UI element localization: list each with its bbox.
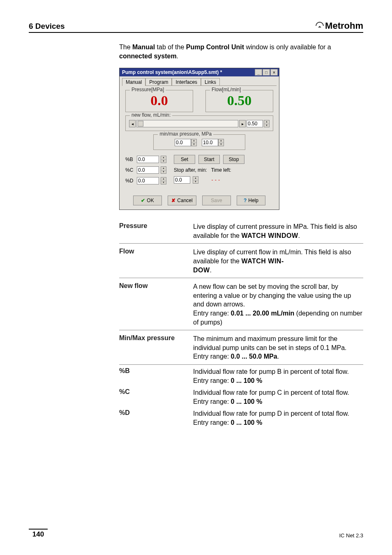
term-pressure: Pressure: [119, 222, 189, 240]
pctD-label: %D: [125, 178, 135, 184]
term-minmax: Min/Max pressure: [119, 334, 189, 361]
minmax-legend: min/max pressure, MPa: [158, 131, 213, 137]
min-pressure-spinner[interactable]: ▲▼: [191, 139, 197, 146]
pump-control-window: Pump control system(anion\ASupp5.smt) * …: [119, 68, 279, 210]
pressure-legend: Pressure[MPa]: [130, 87, 166, 92]
set-button[interactable]: Set: [174, 155, 195, 164]
pressure-display: 0.0: [130, 93, 189, 108]
page-number: 140: [29, 529, 48, 539]
footer-product: IC Net 2.3: [339, 532, 363, 539]
pctC-label: %C: [125, 167, 135, 173]
pctD-spinner[interactable]: ▲▼: [161, 177, 166, 184]
question-icon: ?: [244, 198, 247, 203]
max-pressure-spinner[interactable]: ▲▼: [218, 139, 224, 146]
save-button[interactable]: Save: [202, 196, 231, 205]
metrohm-icon: [315, 21, 324, 31]
pctD-input[interactable]: 0.0: [137, 177, 159, 184]
flow-legend: Flow[mL/min]: [210, 87, 242, 92]
stop-button[interactable]: Stop: [223, 155, 244, 164]
minimize-icon[interactable]: _: [255, 69, 262, 76]
definitions-table: Pressure Live display of current pressur…: [119, 218, 363, 428]
pctC-spinner[interactable]: ▲▼: [161, 166, 166, 174]
desc-flow: Live display of current flow in mL/min. …: [193, 248, 363, 274]
newflow-scrollbar[interactable]: [136, 120, 238, 127]
maximize-icon[interactable]: □: [263, 69, 270, 76]
intro-paragraph: The Manual tab of the Pump Control Unit …: [119, 43, 363, 60]
tab-interfaces[interactable]: Interfaces: [172, 78, 201, 86]
stopafter-spinner[interactable]: ▲▼: [193, 176, 198, 184]
pctB-spinner[interactable]: ▲▼: [161, 156, 166, 163]
term-pctB: %B: [119, 367, 189, 385]
timeleft-display: ---: [211, 177, 221, 183]
desc-minmax: The minimum and maximum pressure limit f…: [193, 334, 363, 361]
help-button[interactable]: ?Help: [237, 196, 265, 205]
scroll-right-icon[interactable]: ▸: [239, 120, 246, 127]
flow-display: 0.50: [210, 93, 269, 108]
scroll-left-icon[interactable]: ◂: [129, 120, 136, 127]
newflow-legend: new flow, mL/min:: [130, 112, 172, 118]
stopafter-label: Stop after, min:: [174, 167, 207, 173]
brand-logo: Metrohm: [315, 21, 363, 31]
term-pctC: %C: [119, 388, 189, 406]
stopafter-input[interactable]: 0.0: [174, 176, 190, 184]
ok-button[interactable]: ✔OK: [133, 196, 162, 205]
timeleft-label: Time left:: [211, 167, 231, 173]
pctB-input[interactable]: 0.0: [137, 156, 159, 163]
desc-pressure: Live display of current pressure in MPa.…: [193, 222, 363, 240]
max-pressure-input[interactable]: 10.0: [202, 139, 218, 146]
term-pctD: %D: [119, 409, 189, 427]
newflow-input[interactable]: 0.50: [247, 120, 263, 127]
tab-links[interactable]: Links: [201, 78, 220, 86]
brand-text: Metrohm: [325, 21, 363, 31]
desc-pctC: Individual flow rate for pump C in perce…: [193, 388, 363, 406]
newflow-spinner[interactable]: ▲▼: [264, 120, 270, 127]
start-button[interactable]: Start: [198, 155, 220, 164]
cancel-button[interactable]: ✘Cancel: [168, 196, 196, 205]
desc-pctB: Individual flow rate for pump B in perce…: [193, 367, 363, 385]
desc-newflow: A new flow can be set by moving the scro…: [193, 282, 363, 327]
tab-program[interactable]: Program: [145, 78, 172, 86]
min-pressure-input[interactable]: 0.0: [175, 139, 191, 146]
desc-pctD: Individual flow rate for pump D in perce…: [193, 409, 363, 427]
x-icon: ✘: [171, 198, 175, 203]
chapter-heading: 6 Devices: [29, 22, 65, 31]
term-newflow: New flow: [119, 282, 189, 327]
term-flow: Flow: [119, 248, 189, 274]
window-title: Pump control system(anion\ASupp5.smt) *: [122, 69, 222, 75]
close-icon[interactable]: ×: [270, 69, 278, 76]
tab-manual[interactable]: Manual: [122, 78, 145, 86]
pctB-label: %B: [125, 157, 135, 162]
check-icon: ✔: [141, 198, 145, 203]
pctC-input[interactable]: 0.0: [137, 166, 159, 174]
